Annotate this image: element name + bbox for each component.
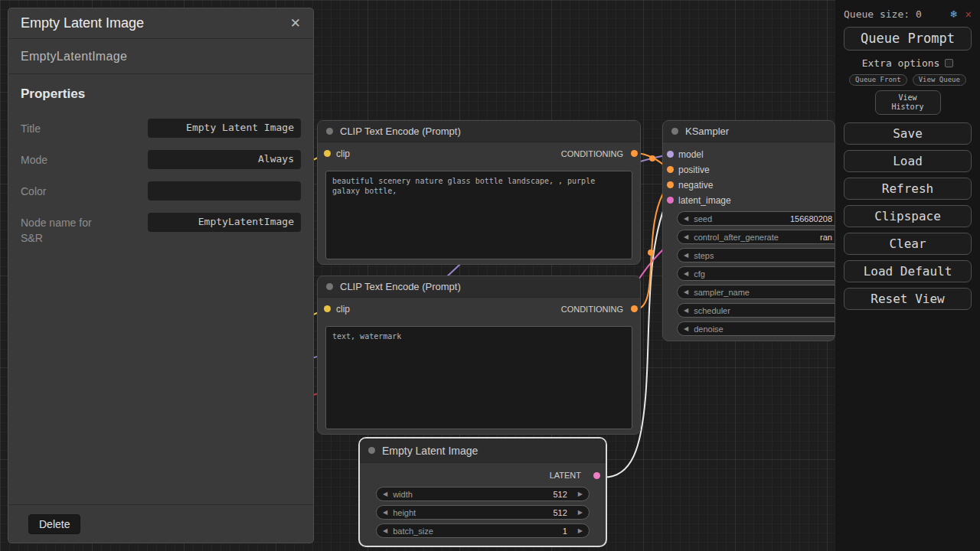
load-button[interactable]: Load bbox=[844, 150, 972, 172]
clip-text-encode-node-negative[interactable]: CLIP Text Encode (Prompt) clip CONDITION… bbox=[317, 276, 641, 435]
decrement-icon[interactable]: ◀ bbox=[684, 234, 688, 240]
widget-value: ran bbox=[820, 233, 832, 242]
node-title-bar[interactable]: KSampler bbox=[663, 121, 835, 142]
property-row-mode: Mode Always bbox=[21, 150, 301, 169]
node-name-field[interactable]: EmptyLatentImage bbox=[148, 213, 301, 232]
decrement-icon[interactable]: ◀ bbox=[684, 326, 688, 332]
increment-icon[interactable]: ▶ bbox=[578, 528, 583, 534]
decrement-icon[interactable]: ◀ bbox=[684, 289, 688, 295]
negative-input-slot[interactable] bbox=[667, 181, 674, 188]
widget-label: scheduler bbox=[694, 306, 730, 315]
sampler-name-widget[interactable]: ◀ sampler_name bbox=[677, 285, 835, 299]
collapse-dot-icon[interactable] bbox=[326, 128, 333, 135]
widget-value: 1 bbox=[563, 527, 567, 536]
widget-label: steps bbox=[694, 251, 714, 260]
empty-latent-image-node[interactable]: Empty Latent Image LATENT ◀ width 512 ▶ … bbox=[358, 437, 607, 547]
conditioning-output-label: CONDITIONING bbox=[561, 305, 623, 314]
prompt-textarea[interactable]: text, watermark bbox=[325, 326, 632, 429]
node-title-bar[interactable]: CLIP Text Encode (Prompt) bbox=[318, 121, 640, 142]
queue-front-button[interactable]: Queue Front bbox=[849, 74, 907, 86]
width-widget[interactable]: ◀ width 512 ▶ bbox=[376, 487, 590, 501]
cfg-widget[interactable]: ◀ cfg bbox=[677, 266, 835, 281]
decrement-icon[interactable]: ◀ bbox=[684, 308, 688, 314]
denoise-widget[interactable]: ◀ denoise bbox=[677, 321, 835, 336]
decrement-icon[interactable]: ◀ bbox=[383, 528, 387, 534]
snowflake-icon[interactable]: ❄ bbox=[950, 8, 956, 20]
conditioning-output-slot[interactable] bbox=[631, 305, 638, 312]
clip-input-label: clip bbox=[336, 148, 350, 159]
clear-button[interactable]: Clear bbox=[844, 233, 972, 255]
widget-label: cfg bbox=[694, 269, 705, 279]
property-label: Node name for S&R bbox=[21, 213, 105, 246]
node-title: CLIP Text Encode (Prompt) bbox=[340, 281, 461, 292]
widget-value: 156680208 bbox=[790, 214, 832, 223]
clip-text-encode-node-positive[interactable]: CLIP Text Encode (Prompt) clip CONDITION… bbox=[317, 120, 641, 265]
clip-input-slot[interactable] bbox=[324, 305, 331, 312]
increment-icon[interactable]: ▶ bbox=[578, 510, 583, 516]
widget-label: batch_size bbox=[393, 527, 433, 536]
collapse-dot-icon[interactable] bbox=[326, 283, 333, 290]
property-label: Title bbox=[21, 119, 105, 138]
refresh-button[interactable]: Refresh bbox=[844, 178, 972, 200]
decrement-icon[interactable]: ◀ bbox=[383, 510, 387, 516]
node-type-label: EmptyLatentImage bbox=[8, 39, 313, 74]
model-input-label: model bbox=[678, 149, 704, 160]
property-row-title: Title Empty Latent Image bbox=[21, 119, 301, 138]
increment-icon[interactable]: ▶ bbox=[578, 491, 583, 497]
latent-image-input-label: latent_image bbox=[678, 195, 731, 206]
control-after-generate-widget[interactable]: ◀ control_after_generate ran bbox=[677, 230, 835, 244]
delete-button[interactable]: Delete bbox=[28, 514, 80, 534]
save-button[interactable]: Save bbox=[844, 122, 972, 145]
view-queue-button[interactable]: View Queue bbox=[913, 74, 966, 86]
property-label: Mode bbox=[21, 150, 105, 169]
queue-prompt-button[interactable]: Queue Prompt bbox=[844, 27, 972, 51]
collapse-dot-icon[interactable] bbox=[368, 447, 375, 454]
clipspace-button[interactable]: Clipspace bbox=[844, 205, 972, 227]
close-icon[interactable]: ✕ bbox=[965, 8, 972, 20]
latent-image-input-slot[interactable] bbox=[667, 197, 674, 204]
positive-input-label: positive bbox=[678, 165, 710, 175]
panel-title: Empty Latent Image bbox=[21, 15, 144, 31]
height-widget[interactable]: ◀ height 512 ▶ bbox=[376, 505, 590, 520]
node-title-bar[interactable]: CLIP Text Encode (Prompt) bbox=[318, 276, 640, 298]
load-default-button[interactable]: Load Default bbox=[844, 260, 972, 282]
steps-widget[interactable]: ◀ steps bbox=[677, 248, 835, 262]
extra-options-label: Extra options bbox=[862, 57, 940, 69]
clip-input-slot[interactable] bbox=[324, 150, 331, 157]
latent-output-label: LATENT bbox=[550, 471, 581, 480]
node-title: CLIP Text Encode (Prompt) bbox=[340, 126, 461, 137]
node-title: Empty Latent Image bbox=[382, 445, 478, 457]
extra-options-checkbox[interactable] bbox=[945, 59, 953, 67]
decrement-icon[interactable]: ◀ bbox=[684, 253, 688, 259]
node-properties-panel: Empty Latent Image ✕ EmptyLatentImage Pr… bbox=[8, 8, 314, 543]
negative-input-label: negative bbox=[678, 180, 713, 191]
batch-size-widget[interactable]: ◀ batch_size 1 ▶ bbox=[376, 523, 590, 538]
node-title-bar[interactable]: Empty Latent Image bbox=[360, 439, 606, 463]
node-title: KSampler bbox=[685, 126, 729, 137]
title-field[interactable]: Empty Latent Image bbox=[148, 119, 301, 138]
model-input-slot[interactable] bbox=[667, 151, 674, 158]
seed-widget[interactable]: ◀ seed 156680208 bbox=[677, 211, 835, 226]
comfyui-menu: Queue size: 0 ❄ ✕ Queue Prompt Extra opt… bbox=[835, 0, 980, 551]
link-midpoint-dot bbox=[648, 249, 654, 256]
decrement-icon[interactable]: ◀ bbox=[684, 271, 688, 277]
collapse-dot-icon[interactable] bbox=[671, 128, 678, 135]
scheduler-widget[interactable]: ◀ scheduler bbox=[677, 303, 835, 318]
clip-input-label: clip bbox=[336, 304, 350, 315]
mode-field[interactable]: Always bbox=[148, 150, 301, 169]
widget-label: height bbox=[393, 508, 416, 517]
conditioning-output-slot[interactable] bbox=[631, 150, 638, 157]
prompt-textarea[interactable]: beautiful scenery nature glass bottle la… bbox=[325, 171, 632, 259]
view-history-button[interactable]: View History bbox=[875, 90, 941, 115]
latent-output-slot[interactable] bbox=[593, 472, 600, 479]
properties-heading: Properties bbox=[21, 86, 301, 102]
decrement-icon[interactable]: ◀ bbox=[684, 216, 688, 222]
color-field[interactable] bbox=[148, 181, 301, 201]
decrement-icon[interactable]: ◀ bbox=[383, 491, 387, 497]
ksampler-node[interactable]: KSampler model positive negative latent_… bbox=[662, 120, 835, 341]
close-icon[interactable]: ✕ bbox=[290, 15, 301, 31]
positive-input-slot[interactable] bbox=[667, 166, 674, 173]
reset-view-button[interactable]: Reset View bbox=[844, 288, 972, 310]
widget-label: denoise bbox=[694, 324, 724, 334]
widget-value: 512 bbox=[553, 490, 567, 499]
